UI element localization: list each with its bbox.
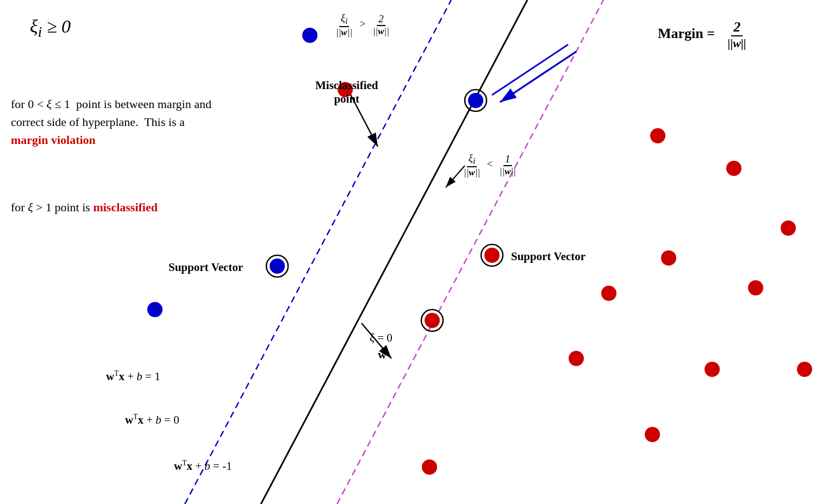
svg-point-21 [425, 313, 440, 328]
hyperplane-label-1: wTx + b = 1 [106, 369, 160, 383]
svg-line-1 [185, 0, 451, 504]
body-text-margin-violation: for 0 < ξ ≤ 1 point is between margin an… [11, 95, 217, 149]
hyperplane-label-0: wTx + b = 0 [125, 413, 179, 427]
margin-equation: Margin = 2 ||w|| [658, 19, 749, 51]
body-text-misclassified: for ξ > 1 point is misclassified [11, 198, 158, 216]
svg-line-7 [500, 52, 576, 102]
svg-point-30 [705, 362, 720, 377]
svg-point-25 [781, 220, 796, 236]
margin-violation-text: margin violation [11, 133, 96, 147]
support-vector-label-right: Support Vector [511, 250, 585, 263]
svg-point-12 [302, 28, 317, 43]
svg-point-24 [726, 161, 741, 176]
support-vector-label-left: Support Vector [169, 261, 243, 274]
xi-fraction-top: ξi ||w|| > 2 ||w|| [334, 12, 391, 38]
xi-fraction-mid: ξi ||w|| < 1 ||w|| [462, 152, 518, 178]
xi-zero-label: ξ = 0 [370, 331, 392, 345]
svg-point-13 [270, 259, 285, 274]
svg-point-31 [797, 362, 812, 377]
main-canvas: ξi ≥ 0 for 0 < ξ ≤ 1 point is between ma… [0, 0, 835, 504]
misclassified-label: Misclassifiedpoint [315, 79, 378, 106]
hyperplane-label-m1: wTx + b = -1 [174, 459, 232, 473]
svg-point-29 [569, 351, 584, 366]
svg-point-17 [147, 302, 163, 317]
svg-point-32 [422, 459, 437, 475]
svg-point-27 [748, 280, 763, 295]
svg-point-23 [650, 128, 665, 143]
svg-point-26 [661, 250, 676, 266]
svg-point-28 [601, 286, 616, 301]
svg-point-33 [645, 427, 660, 442]
misclassified-text: misclassified [93, 200, 158, 214]
svg-point-15 [468, 93, 483, 108]
svg-point-19 [484, 248, 500, 263]
diagram-svg [0, 0, 835, 504]
w-label: w [378, 348, 387, 362]
xi-condition: ξi ≥ 0 [30, 16, 71, 41]
